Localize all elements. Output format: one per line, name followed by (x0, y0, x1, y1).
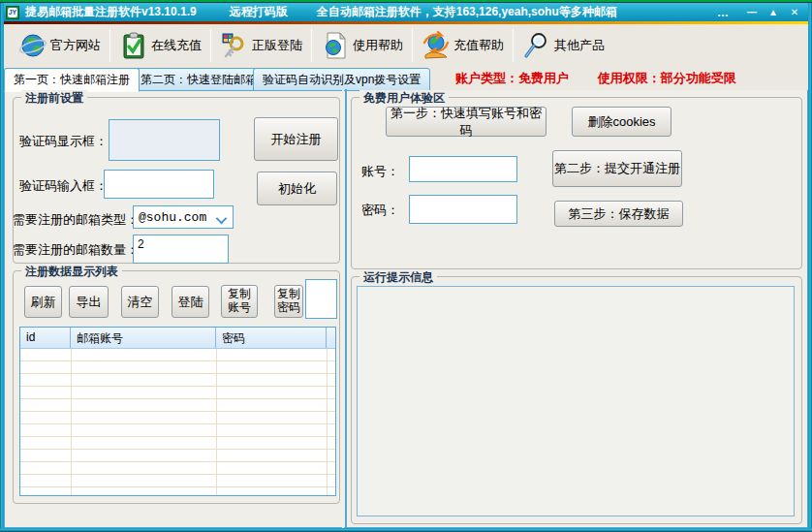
tab-quick-register[interactable]: 第一页：快速邮箱注册 (4, 68, 140, 92)
side-input-box[interactable] (305, 279, 337, 319)
clear-button[interactable]: 清空 (121, 286, 159, 318)
email-count-field[interactable]: 2 (133, 235, 229, 264)
refresh-button[interactable]: 刷新 (24, 286, 62, 318)
account-status: 账户类型：免费用户 使用权限：部分功能受限 (455, 70, 736, 87)
captcha-display-label: 验证码显示框： (19, 133, 108, 150)
tab-captcha-vpn-settings[interactable]: 验证码自动识别及vpn拨号设置 (253, 68, 430, 91)
tab-strip: 第一页：快速邮箱注册 第二页：快速登陆邮箱 验证码自动识别及vpn拨号设置 账户… (4, 66, 808, 90)
email-type-select[interactable]: @sohu.com (133, 205, 234, 229)
clipboard-check-icon (119, 31, 148, 60)
window-right-border (808, 3, 812, 532)
tab-quick-login[interactable]: 第二页：快速登陆邮箱 (131, 68, 266, 91)
maximize-button[interactable]: ▲ (765, 6, 781, 19)
window-bottom-border (0, 528, 812, 532)
globe-hand-icon (422, 31, 451, 60)
initialize-button[interactable]: 初始化 (257, 172, 337, 205)
app-window: JY 捷易邮箱批量注册软件v13.10.1.9 远程打码版 全自动邮箱注册软件，… (0, 0, 812, 532)
captcha-display-box (109, 119, 220, 161)
column-line (216, 349, 217, 495)
titlebar-accent-line (0, 21, 812, 24)
run-info-textarea[interactable] (357, 286, 795, 516)
start-register-button[interactable]: 开始注册 (254, 117, 338, 161)
toolbar-label: 使用帮助 (353, 37, 403, 54)
toolbar-label: 正版登陆 (252, 37, 302, 54)
group-title: 运行提示信息 (359, 269, 437, 286)
step3-save-button[interactable]: 第三步：保存数据 (554, 201, 683, 227)
copy-password-button[interactable]: 复制密码 (274, 285, 303, 318)
delete-cookies-button[interactable]: 删除cookies (572, 107, 671, 137)
group-title: 注册数据显示列表 (21, 264, 122, 280)
captcha-input-field[interactable] (104, 170, 214, 199)
panel-divider (342, 89, 344, 528)
registration-table[interactable]: id 邮箱账号 密码 (19, 327, 336, 496)
copy-account-button[interactable]: 复制账号 (221, 285, 258, 318)
account-label: 账号： (361, 163, 399, 180)
step2-submit-button[interactable]: 第二步：提交开通注册 (552, 150, 682, 187)
app-icon: JY (6, 6, 19, 19)
group-title: 注册前设置 (21, 90, 87, 107)
email-type-value: @sohu.com (134, 210, 217, 225)
minimize-button[interactable]: — (744, 6, 760, 19)
column-header-email[interactable]: 邮箱账号 (71, 328, 216, 348)
email-type-label: 需要注册的邮箱类型： (13, 211, 139, 229)
password-field[interactable] (409, 195, 517, 224)
column-header-password[interactable]: 密码 (216, 328, 327, 348)
window-title-description: 全自动邮箱注册软件，支持163,126,yeah,sohu等多种邮箱 (317, 4, 617, 20)
permission-text: 使用权限：部分功能受限 (598, 71, 736, 85)
column-line (327, 349, 328, 495)
help-document-icon (321, 31, 350, 60)
window-controls: — ▲ ✕ (744, 6, 802, 19)
toolbar-official-site[interactable]: 官方网站 (10, 27, 109, 64)
toolbar-label: 在线充值 (151, 37, 202, 54)
table-header-row: id 邮箱账号 密码 (20, 328, 335, 349)
window-left-border (0, 3, 4, 532)
window-top-border-line (0, 2, 812, 3)
password-label: 密码： (361, 202, 399, 219)
key-icon (220, 31, 249, 60)
captcha-input-label: 验证码输入框： (19, 177, 108, 195)
table-body[interactable] (20, 349, 335, 495)
globe-icon (18, 31, 47, 60)
titlebar-dots: … (717, 6, 731, 19)
account-type-text: 账户类型：免费用户 (455, 71, 569, 85)
column-line (71, 349, 72, 495)
toolbar-usage-help[interactable]: 使用帮助 (312, 27, 412, 64)
toolbar-label: 其他产品 (554, 37, 605, 54)
toolbar-other-products[interactable]: 其他产品 (514, 27, 613, 64)
window-title-edition: 远程打码版 (230, 4, 288, 20)
email-count-label: 需要注册的邮箱数量： (13, 241, 139, 259)
close-button[interactable]: ✕ (787, 6, 802, 19)
titlebar: JY 捷易邮箱批量注册软件v13.10.1.9 远程打码版 全自动邮箱注册软件，… (0, 3, 812, 21)
account-field[interactable] (409, 156, 517, 182)
export-button[interactable]: 导出 (69, 286, 109, 318)
toolbar-genuine-login[interactable]: 正版登陆 (211, 27, 311, 64)
magnifier-icon (522, 31, 551, 60)
window-title: 捷易邮箱批量注册软件v13.10.1.9 (25, 4, 197, 20)
column-header-id[interactable]: id (20, 328, 71, 348)
login-button[interactable]: 登陆 (172, 286, 209, 318)
toolbar: 官方网站 在线充值 正版登陆 (4, 24, 808, 66)
step1-fill-account-button[interactable]: 第一步：快速填写账号和密码 (386, 107, 547, 137)
toolbar-online-recharge[interactable]: 在线充值 (110, 27, 210, 64)
toolbar-label: 官方网站 (50, 37, 101, 54)
toolbar-label: 充值帮助 (453, 37, 504, 54)
chevron-down-icon (217, 214, 227, 221)
toolbar-recharge-help[interactable]: 充值帮助 (413, 27, 513, 64)
